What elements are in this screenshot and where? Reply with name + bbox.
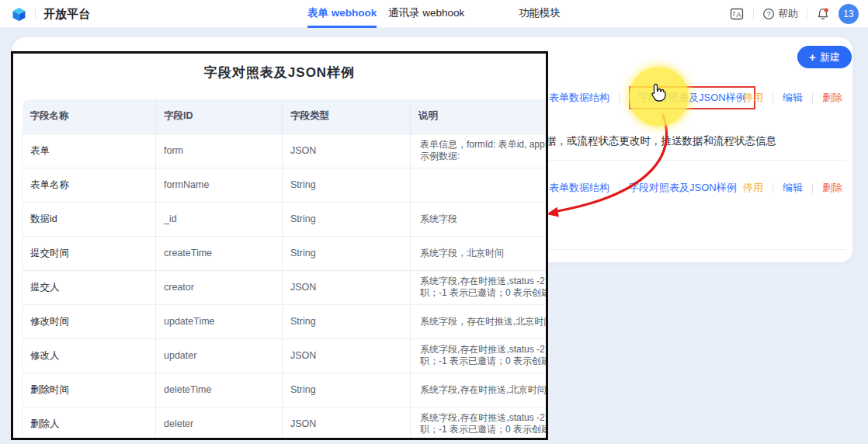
cell-field-type: String xyxy=(283,373,411,407)
list-divider xyxy=(548,160,845,161)
brand: 开放平台 xyxy=(11,0,90,28)
cell-field-id: creator xyxy=(156,270,283,304)
item2-description: 据，或流程状态更改时，推送数据和流程状态信息 xyxy=(546,134,776,148)
cell-description: 系统字段,存在时推送,status -2 表示离职；-1 表示已邀请；0 表示创… xyxy=(411,407,549,440)
action-divider xyxy=(773,183,773,193)
action-divider xyxy=(812,183,813,193)
table-row: 表单 form JSON 表单信息，formId: 表单id, appId: 应… xyxy=(23,134,549,168)
cell-field-type: JSON xyxy=(283,407,411,440)
delete-button[interactable]: 删除 xyxy=(822,181,842,195)
link-form-data-structure[interactable]: 表单数据结构 xyxy=(549,91,609,105)
navbar-right: A ? 帮助 13 xyxy=(729,0,859,28)
cell-field-name: 提交时间 xyxy=(23,236,156,270)
list-divider xyxy=(548,249,845,250)
cube-logo-icon xyxy=(11,6,27,23)
cell-field-name: 删除时间 xyxy=(23,373,156,407)
cell-field-id: deleter xyxy=(156,407,283,440)
help-label: 帮助 xyxy=(778,7,798,21)
tab-function-module[interactable]: 功能模块 xyxy=(519,0,561,28)
cell-description: 表单信息，formId: 表单id, appId: 应用id, 示例数据: xyxy=(411,134,549,168)
link-form-data-structure[interactable]: 表单数据结构 xyxy=(549,181,609,195)
tab-form-webhook[interactable]: 表单 webhook xyxy=(307,0,377,28)
cell-field-id: _id xyxy=(156,202,283,236)
modal-title: 字段对照表及JSON样例 xyxy=(13,64,546,82)
edit-button[interactable]: 编辑 xyxy=(783,91,803,105)
translate-icon[interactable]: A xyxy=(729,6,745,22)
cell-description xyxy=(411,168,549,202)
cell-field-id: deleteTime xyxy=(156,373,283,407)
table-row: 数据id _id String 系统字段 xyxy=(23,202,549,236)
bell-icon[interactable] xyxy=(816,7,830,21)
field-table: 字段名称 字段ID 字段类型 说明 表单 form JSON 表单信息，form… xyxy=(22,99,548,440)
disable-button[interactable]: 停用 xyxy=(743,91,763,105)
table-row: 表单名称 formName String xyxy=(23,168,549,202)
notification-dot xyxy=(825,8,828,12)
col-header-field-name: 字段名称 xyxy=(23,99,156,134)
cell-field-id: updateTime xyxy=(156,304,283,338)
cell-field-type: String xyxy=(283,202,411,236)
cell-field-name: 修改时间 xyxy=(23,304,156,338)
cell-field-name: 提交人 xyxy=(23,270,156,304)
cursor-icon xyxy=(650,83,668,102)
col-header-field-id: 字段ID xyxy=(156,99,283,134)
link-divider xyxy=(619,183,620,193)
action-divider xyxy=(773,93,773,103)
col-header-field-type: 字段类型 xyxy=(283,99,411,134)
cell-description: 系统字段,存在时推送,status -2 表示离职；-1 表示已邀请；0 表示创… xyxy=(411,270,549,304)
table-row: 修改人 updater JSON 系统字段,存在时推送,status -2 表示… xyxy=(23,338,549,373)
page: 开放平台 表单 webhook 通讯录 webhook 功能模块 A ? 帮助 xyxy=(0,0,868,444)
svg-text:?: ? xyxy=(767,10,771,18)
col-header-description: 说明 xyxy=(411,99,549,134)
cell-field-type: JSON xyxy=(283,270,411,304)
create-button[interactable]: + 新建 xyxy=(797,46,852,68)
field-table-wrap: 字段名称 字段ID 字段类型 说明 表单 form JSON 表单信息，form… xyxy=(22,99,548,440)
avatar[interactable]: 13 xyxy=(838,4,859,24)
nav-divider xyxy=(807,9,807,19)
link-field-mapping-json[interactable]: 字段对照表及JSON样例 xyxy=(629,181,737,195)
cell-description: 系统字段,存在时推送,北京时间 xyxy=(411,373,549,407)
table-row: 提交人 creator JSON 系统字段,存在时推送,status -2 表示… xyxy=(23,270,549,304)
action-divider xyxy=(812,93,813,103)
cell-field-name: 修改人 xyxy=(23,338,156,373)
disable-button[interactable]: 停用 xyxy=(743,181,763,195)
cell-description: 系统字段，北京时间 xyxy=(411,236,549,270)
cell-field-id: updater xyxy=(156,338,283,373)
cell-field-name: 数据id xyxy=(23,202,156,236)
cell-description: 系统字段,存在时推送,status -2 表示离职；-1 表示已邀请；0 表示创… xyxy=(411,338,549,373)
cell-field-type: JSON xyxy=(283,338,411,373)
top-navbar: 开放平台 表单 webhook 通讯录 webhook 功能模块 A ? 帮助 xyxy=(0,0,868,28)
page-title: 开放平台 xyxy=(43,7,90,22)
delete-button[interactable]: 删除 xyxy=(822,91,842,105)
cell-field-id: createTime xyxy=(156,236,283,270)
nav-divider xyxy=(753,9,754,19)
cell-field-type: JSON xyxy=(283,134,411,168)
cell-description: 系统字段，存在时推送,北京时间 xyxy=(411,304,549,338)
cell-field-type: String xyxy=(283,168,411,202)
brand-divider xyxy=(35,9,36,20)
cell-field-name: 表单 xyxy=(23,134,156,168)
plus-icon: + xyxy=(809,51,816,63)
table-header-row: 字段名称 字段ID 字段类型 说明 xyxy=(23,99,549,134)
edit-button[interactable]: 编辑 xyxy=(783,181,803,195)
table-row: 删除人 deleter JSON 系统字段,存在时推送,status -2 表示… xyxy=(23,407,549,440)
cell-field-name: 表单名称 xyxy=(23,168,156,202)
help-button[interactable]: ? 帮助 xyxy=(762,7,798,21)
table-row: 提交时间 createTime String 系统字段，北京时间 xyxy=(23,236,549,270)
question-icon: ? xyxy=(762,8,775,20)
cell-field-id: form xyxy=(156,134,283,168)
field-mapping-modal: 字段对照表及JSON样例 字段名称 字段ID 字段类型 说明 表单 form J… xyxy=(11,51,548,440)
link-divider xyxy=(619,93,620,103)
svg-text:A: A xyxy=(737,11,741,19)
cell-field-type: String xyxy=(283,304,411,338)
item2-actions: 停用 编辑 删除 xyxy=(743,176,842,199)
cell-field-name: 删除人 xyxy=(23,407,156,440)
cell-field-id: formName xyxy=(156,168,283,202)
cell-field-type: String xyxy=(283,236,411,270)
item1-actions: 停用 编辑 删除 xyxy=(743,86,842,109)
table-row: 修改时间 updateTime String 系统字段，存在时推送,北京时间 xyxy=(23,304,549,338)
tab-contacts-webhook[interactable]: 通讯录 webhook xyxy=(388,0,464,28)
table-row: 删除时间 deleteTime String 系统字段,存在时推送,北京时间 xyxy=(23,373,549,407)
item2-links-row: 表单数据结构 字段对照表及JSON样例 xyxy=(549,176,737,199)
cell-description: 系统字段 xyxy=(411,202,549,236)
